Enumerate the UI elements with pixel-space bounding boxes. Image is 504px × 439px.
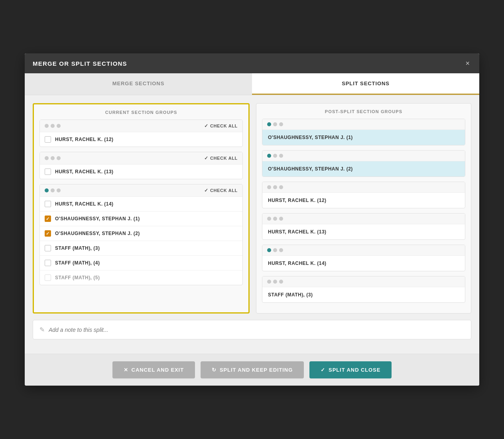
dot-9 (57, 188, 61, 192)
right-group-2-header (262, 151, 465, 161)
note-area: ✎ (33, 320, 471, 339)
table-row[interactable]: HURST, RACHEL K. (12) (40, 132, 242, 147)
right-group-4: HURST, RACHEL K. (13) (262, 213, 465, 240)
columns: CURRENT SECTION GROUPS CHECK ALL (33, 103, 471, 314)
modal-footer: ✕ CANCEL AND EXIT ↻ SPLIT AND KEEP EDITI… (25, 354, 479, 386)
modal-title: MERGE OR SPLIT SECTIONS (33, 60, 127, 67)
right-dots-4 (267, 217, 283, 221)
rdot-14 (273, 248, 277, 252)
right-row: O'SHAUGHNESSY, STEPHAN J. (2) (262, 161, 465, 176)
table-row[interactable]: HURST, RACHEL K. (13) (40, 165, 242, 179)
dot-6 (57, 156, 61, 160)
table-row[interactable]: O'SHAUGHNESSY, STEPHAN J. (2) (40, 226, 242, 241)
rdot-18 (279, 280, 283, 284)
dot-8 (51, 188, 55, 192)
rdot-16 (267, 280, 271, 284)
rdot-1 (267, 122, 271, 126)
rdot-17 (273, 280, 277, 284)
group-2-header: CHECK ALL (40, 152, 242, 165)
right-group-2: O'SHAUGHNESSY, STEPHAN J. (2) (262, 150, 465, 177)
pencil-icon: ✎ (39, 326, 45, 333)
cancel-icon: ✕ (124, 367, 128, 373)
rdot-6 (279, 154, 283, 158)
right-row-label: HURST, RACHEL K. (12) (268, 198, 327, 203)
group-3-header: CHECK ALL (40, 184, 242, 197)
cancel-button[interactable]: ✕ CANCEL AND EXIT (112, 361, 195, 378)
rdot-3 (279, 122, 283, 126)
right-row: STAFF (MATH), (3) (262, 287, 465, 302)
checkbox-staff-4[interactable] (45, 260, 51, 266)
right-group-3: HURST, RACHEL K. (12) (262, 182, 465, 208)
table-row[interactable]: HURST, RACHEL K. (14) (40, 197, 242, 212)
left-col-header: CURRENT SECTION GROUPS (39, 110, 243, 115)
checkbox-oshaughnessy-1[interactable] (45, 216, 51, 222)
check-all-group-2[interactable]: CHECK ALL (204, 155, 238, 161)
right-group-5: HURST, RACHEL K. (14) (262, 245, 465, 271)
rdot-11 (273, 217, 277, 221)
close-button[interactable]: × (464, 60, 471, 67)
right-group-1: O'SHAUGHNESSY, STEPHAN J. (1) (262, 119, 465, 145)
right-col-header: POST-SPLIT SECTION GROUPS (262, 109, 465, 114)
rdot-4 (267, 154, 271, 158)
right-dots-3 (267, 185, 283, 189)
tab-bar: MERGE SECTIONS SPLIT SECTIONS (25, 73, 479, 95)
check-all-group-3[interactable]: CHECK ALL (204, 188, 238, 193)
checkbox-hurst-13[interactable] (45, 169, 51, 175)
right-group-6: STAFF (MATH), (3) (262, 276, 465, 303)
rdot-10 (267, 217, 271, 221)
row-label: STAFF (MATH), (5) (55, 275, 100, 280)
table-row[interactable]: STAFF (MATH), (4) (40, 256, 242, 270)
table-row[interactable]: O'SHAUGHNESSY, STEPHAN J. (1) (40, 212, 242, 226)
right-row: HURST, RACHEL K. (14) (262, 256, 465, 271)
modal: MERGE OR SPLIT SECTIONS × MERGE SECTIONS… (25, 53, 479, 386)
table-row[interactable]: STAFF (MATH), (5) (40, 270, 242, 285)
right-row: HURST, RACHEL K. (13) (262, 224, 465, 239)
dots-group-3 (45, 188, 61, 192)
group-1-header: CHECK ALL (40, 120, 242, 132)
dot-2 (51, 124, 55, 128)
row-label: HURST, RACHEL K. (14) (55, 201, 114, 207)
right-row-label: O'SHAUGHNESSY, STEPHAN J. (2) (268, 166, 353, 172)
checkbox-oshaughnessy-2[interactable] (45, 230, 51, 237)
split-keep-editing-button[interactable]: ↻ SPLIT AND KEEP EDITING (201, 361, 304, 378)
tab-merge[interactable]: MERGE SECTIONS (25, 73, 252, 95)
right-group-1-header (262, 119, 465, 130)
right-group-4-header (262, 214, 465, 224)
right-column: POST-SPLIT SECTION GROUPS O'SHAUGHNESSY,… (256, 103, 471, 314)
note-input[interactable] (49, 327, 465, 333)
checkbox-staff-5[interactable] (45, 274, 51, 281)
dot-3 (57, 124, 61, 128)
row-label: O'SHAUGHNESSY, STEPHAN J. (1) (55, 216, 140, 221)
table-row[interactable]: STAFF (MATH), (3) (40, 241, 242, 256)
dots-group-2 (45, 156, 61, 160)
check-all-group-1[interactable]: CHECK ALL (204, 123, 238, 129)
right-dots-1 (267, 122, 283, 126)
row-label: HURST, RACHEL K. (13) (55, 169, 114, 174)
checkbox-hurst-12[interactable] (45, 136, 51, 143)
rdot-9 (279, 185, 283, 189)
dot-4 (45, 156, 49, 160)
tab-split[interactable]: SPLIT SECTIONS (252, 73, 479, 95)
left-column: CURRENT SECTION GROUPS CHECK ALL (33, 103, 250, 314)
rdot-5 (273, 154, 277, 158)
right-row-label: STAFF (MATH), (3) (268, 292, 313, 298)
row-label: STAFF (MATH), (4) (55, 260, 100, 266)
rdot-12 (279, 217, 283, 221)
rdot-8 (273, 185, 277, 189)
right-group-6-header (262, 276, 465, 287)
dot-7 (45, 188, 49, 192)
modal-header: MERGE OR SPLIT SECTIONS × (25, 53, 479, 73)
checkbox-staff-3[interactable] (45, 245, 51, 251)
split-close-button[interactable]: ✓ SPLIT AND CLOSE (309, 361, 392, 378)
right-dots-2 (267, 154, 283, 158)
rdot-15 (279, 248, 283, 252)
modal-body: CURRENT SECTION GROUPS CHECK ALL (25, 95, 479, 354)
right-group-3-header (262, 182, 465, 193)
checkmark-icon: ✓ (321, 367, 325, 373)
right-row: HURST, RACHEL K. (12) (262, 193, 465, 208)
checkbox-hurst-14[interactable] (45, 201, 51, 207)
section-group-3: CHECK ALL HURST, RACHEL K. (14) O'SHAUGH… (39, 184, 243, 285)
dot-1 (45, 124, 49, 128)
dots-group-1 (45, 124, 61, 128)
right-row: O'SHAUGHNESSY, STEPHAN J. (1) (262, 130, 465, 145)
